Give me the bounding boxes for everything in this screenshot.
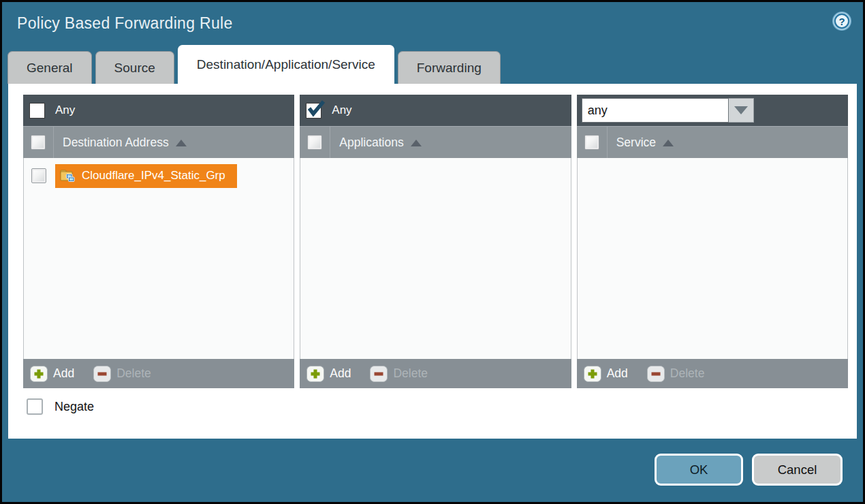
applications-list[interactable] [300, 158, 571, 359]
svg-text:?: ? [838, 16, 845, 27]
service-delete-button[interactable]: Delete [647, 366, 705, 382]
ok-button[interactable]: OK [655, 454, 743, 486]
service-header-label-wrap: Service [616, 127, 674, 158]
negate-label: Negate [54, 400, 94, 414]
service-list[interactable] [577, 158, 848, 359]
tab-bar: General Source Destination/Application/S… [2, 44, 863, 84]
destination-header-label-wrap: Destination Address [63, 127, 187, 158]
add-plus-icon [306, 366, 324, 382]
applications-column-header[interactable]: Applications [300, 126, 571, 158]
applications-any-bar: Any [300, 95, 571, 126]
tab-destination-application-service[interactable]: Destination/Application/Service [178, 45, 394, 84]
tab-forwarding[interactable]: Forwarding [398, 51, 501, 84]
applications-selectall-cell[interactable] [300, 127, 330, 158]
applications-add-label: Add [330, 366, 351, 381]
cancel-button[interactable]: Cancel [752, 454, 843, 486]
tab-general[interactable]: General [7, 51, 92, 84]
destination-header-label: Destination Address [63, 136, 169, 150]
applications-footer-bar: Add Delete [300, 359, 571, 388]
service-selectall-cell[interactable] [577, 127, 608, 158]
destination-add-label: Add [53, 366, 74, 381]
tab-content-panel: Any Destination Address [8, 84, 857, 439]
service-footer-bar: Add Delete [577, 359, 848, 388]
destination-address-column: Any Destination Address [23, 95, 294, 388]
destination-any-bar: Any [23, 95, 294, 126]
dialog-actions: OK Cancel [655, 454, 843, 486]
negate-row: Negate [27, 398, 848, 415]
applications-header-label: Applications [339, 136, 403, 150]
applications-delete-button[interactable]: Delete [370, 366, 428, 382]
chevron-down-icon [734, 106, 748, 114]
applications-header-label-wrap: Applications [339, 127, 421, 158]
service-delete-label: Delete [670, 366, 705, 381]
destination-footer-bar: Add Delete [23, 359, 294, 388]
applications-any-label: Any [332, 104, 351, 117]
destination-selectall-cell[interactable] [23, 127, 54, 158]
service-dropdown-input[interactable] [582, 98, 729, 123]
applications-selectall-checkbox[interactable] [307, 135, 322, 150]
applications-column: Any Applications [300, 95, 571, 388]
service-add-label: Add [607, 366, 628, 381]
sort-ascending-icon[interactable] [411, 140, 422, 146]
applications-any-checkbox[interactable] [306, 103, 321, 119]
add-plus-icon [30, 366, 48, 382]
service-dropdown-bar [577, 95, 848, 126]
service-header-label: Service [616, 136, 656, 150]
destination-add-button[interactable]: Add [30, 366, 74, 382]
delete-minus-icon [93, 366, 111, 382]
address-group-icon [60, 169, 76, 183]
add-plus-icon [584, 366, 601, 382]
destination-delete-label: Delete [116, 366, 151, 381]
tab-source[interactable]: Source [95, 51, 174, 84]
destination-selectall-checkbox[interactable] [31, 135, 46, 150]
sort-ascending-icon[interactable] [663, 140, 674, 146]
destination-any-checkbox[interactable] [29, 103, 45, 119]
destination-item-checkbox[interactable] [31, 168, 46, 183]
dialog-title: Policy Based Forwarding Rule [17, 14, 233, 33]
applications-add-button[interactable]: Add [306, 366, 351, 382]
destination-list[interactable]: Cloudflare_IPv4_Static_Grp [23, 158, 294, 359]
applications-delete-label: Delete [393, 366, 428, 381]
service-add-button[interactable]: Add [584, 366, 628, 382]
three-column-layout: Any Destination Address [23, 95, 848, 388]
service-column-header[interactable]: Service [577, 126, 848, 158]
sort-ascending-icon[interactable] [176, 140, 187, 146]
service-column: Service Add [577, 95, 848, 388]
destination-column-header[interactable]: Destination Address [23, 126, 294, 158]
delete-minus-icon [647, 366, 665, 382]
service-dropdown-button[interactable] [729, 98, 754, 123]
destination-item-selected[interactable]: Cloudflare_IPv4_Static_Grp [55, 164, 237, 188]
destination-any-label: Any [55, 104, 75, 117]
destination-delete-button[interactable]: Delete [93, 366, 151, 382]
negate-checkbox[interactable] [27, 398, 43, 415]
dialog-titlebar: Policy Based Forwarding Rule ? [2, 2, 863, 44]
policy-based-forwarding-dialog: { "window": { "title": "Policy Based For… [0, 0, 865, 504]
destination-item-label: Cloudflare_IPv4_Static_Grp [82, 169, 225, 183]
delete-minus-icon [370, 366, 388, 382]
list-item: Cloudflare_IPv4_Static_Grp [24, 162, 294, 189]
help-icon[interactable]: ? [832, 11, 852, 31]
service-selectall-checkbox[interactable] [584, 135, 599, 150]
service-dropdown[interactable] [582, 98, 754, 123]
